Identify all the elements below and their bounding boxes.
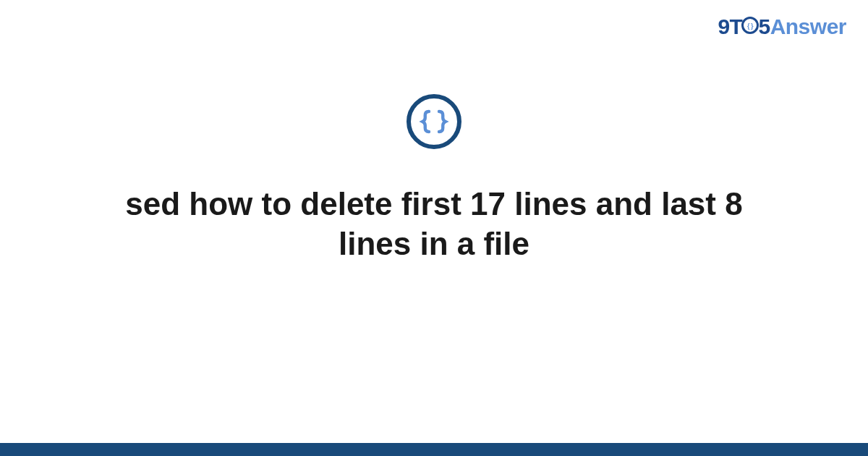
code-braces-icon	[407, 94, 461, 149]
logo-text-9t: 9T	[718, 14, 742, 38]
content-block: sed how to delete first 17 lines and las…	[0, 94, 868, 263]
question-title: sed how to delete first 17 lines and las…	[72, 184, 796, 263]
svg-text:{ }: { }	[747, 22, 754, 30]
logo-text-5: 5	[758, 14, 770, 38]
site-logo: 9T{ }5Answer	[718, 14, 846, 41]
footer-accent-bar	[0, 443, 868, 456]
logo-o-icon: { }	[741, 14, 759, 39]
logo-text-answer: Answer	[770, 14, 846, 38]
